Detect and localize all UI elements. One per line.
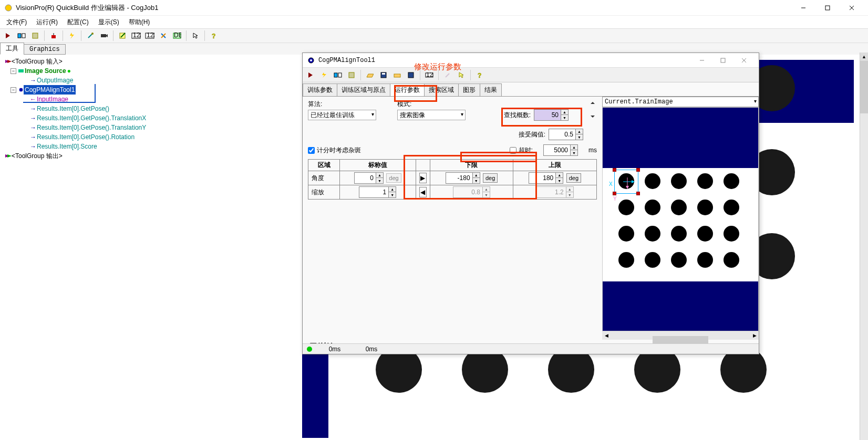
open-icon[interactable]: [364, 69, 376, 81]
deg-unit[interactable]: deg: [386, 173, 401, 183]
tree-cogpmaligntool[interactable]: − CogPMAlignTool1: [2, 85, 300, 95]
mode-label: 模式:: [397, 100, 466, 109]
angle-nominal-input[interactable]: ▲▼: [354, 172, 384, 184]
camera-icon[interactable]: [98, 30, 110, 41]
svg-marker-29: [7, 60, 12, 63]
scale-lower-input[interactable]: ▲▼: [453, 186, 490, 198]
expand-right-icon[interactable]: ▶: [419, 173, 427, 183]
train-region-overlay[interactable]: [614, 170, 638, 194]
run-icon[interactable]: [2, 30, 14, 41]
child-title: CogPMAlignTool1: [318, 57, 691, 64]
counter-icon[interactable]: 123: [423, 69, 435, 81]
child-maximize-button[interactable]: [712, 53, 733, 68]
help-icon[interactable]: ?: [208, 30, 220, 41]
svg-marker-55: [591, 102, 595, 104]
angle-upper-input[interactable]: ▲▼: [529, 172, 563, 184]
tree-results-translationy[interactable]: → Results.Item[0].GetPose().TranslationY: [2, 123, 300, 132]
tab-graphics[interactable]: 图形: [458, 83, 480, 96]
timeout-input[interactable]: ▲▼: [543, 144, 578, 156]
score-clutter-checkbox[interactable]: 计分时考虑杂斑: [308, 146, 361, 155]
flash-icon[interactable]: [66, 30, 78, 41]
tree-image-source[interactable]: − Image Source ●: [2, 66, 300, 76]
menu-help[interactable]: 帮助(H): [125, 17, 154, 28]
toggle-icon[interactable]: [16, 30, 27, 41]
tree-results-translationx[interactable]: → Results.Item[0].GetPose().TranslationX: [2, 113, 300, 123]
save-icon[interactable]: [29, 30, 41, 41]
menu-config[interactable]: 配置(C): [63, 17, 93, 28]
minimize-button[interactable]: [791, 0, 815, 16]
tree-input-image[interactable]: ← InputImage: [2, 95, 300, 104]
mode-select[interactable]: 搜索图像: [397, 110, 466, 120]
counter2-icon[interactable]: 123: [144, 30, 156, 41]
accept-threshold-input[interactable]: ▲▼: [549, 129, 583, 140]
flash-icon[interactable]: [318, 69, 330, 81]
tab-train-params[interactable]: 训练参数: [303, 83, 337, 96]
settings-icon[interactable]: [158, 30, 169, 41]
tab-tools[interactable]: 工具: [0, 43, 24, 55]
child-minimize-button[interactable]: [691, 53, 712, 68]
status-time2: 0ms: [353, 345, 390, 353]
tree-results-score[interactable]: → Results.Item[0].Score: [2, 142, 300, 151]
tab-search-region[interactable]: 搜索区域: [424, 83, 459, 96]
maximize-button[interactable]: [815, 0, 840, 16]
toggle-icon[interactable]: [332, 69, 344, 81]
main-titlebar: VisionPro(R) QuickBuild 作业编辑器 - CogJob1: [0, 0, 868, 16]
main-scrollbar[interactable]: ▲: [860, 53, 868, 440]
find-count-input[interactable]: ▲▼: [534, 109, 569, 121]
scale-nominal-input[interactable]: ▲▼: [359, 186, 396, 198]
paint-icon[interactable]: [85, 30, 96, 41]
menu-file[interactable]: 文件(F): [2, 17, 31, 28]
tab-run-params[interactable]: 运行参数: [390, 83, 425, 96]
menu-run[interactable]: 运行(R): [32, 17, 62, 28]
tab-train-region[interactable]: 训练区域与原点: [337, 83, 390, 96]
pointer2-icon[interactable]: [456, 69, 467, 81]
svg-marker-26: [193, 33, 198, 38]
pointer-icon[interactable]: [190, 30, 201, 41]
menu-display[interactable]: 显示(S): [94, 17, 123, 28]
wand-icon[interactable]: [442, 69, 453, 81]
svg-marker-40: [308, 72, 313, 78]
collapse-left-icon[interactable]: ◀: [419, 187, 427, 197]
save-icon[interactable]: [346, 69, 357, 81]
disk2-icon[interactable]: [405, 69, 417, 81]
folder-icon[interactable]: [391, 69, 403, 81]
train-image-canvas[interactable]: X Y: [602, 107, 759, 331]
scale-upper-input[interactable]: ▲▼: [536, 186, 574, 198]
close-button[interactable]: [840, 0, 864, 16]
tab-results[interactable]: 结果: [480, 83, 502, 96]
deg-unit[interactable]: deg: [483, 173, 498, 183]
db-icon[interactable]: DB6: [171, 30, 183, 41]
horiz-scrollbar[interactable]: ◀ ▶: [602, 331, 759, 340]
tab-graphics[interactable]: Graphics: [24, 44, 66, 55]
svg-line-12: [88, 34, 92, 38]
tool-add-icon[interactable]: [48, 30, 59, 41]
child-close-button[interactable]: [733, 53, 755, 68]
image-source-select[interactable]: Current.TrainImage: [602, 97, 759, 107]
deg-unit[interactable]: deg: [566, 173, 581, 183]
svg-rect-6: [18, 34, 21, 38]
svg-marker-59: [632, 180, 635, 183]
timeout-checkbox[interactable]: 超时:: [510, 146, 533, 155]
edit-icon[interactable]: [117, 30, 128, 41]
angle-lower-input[interactable]: ▲▼: [446, 172, 480, 184]
run-icon[interactable]: [305, 69, 316, 81]
tree-toolgroup-input[interactable]: <ToolGroup 输入>: [2, 57, 300, 66]
disk-icon[interactable]: [378, 69, 389, 81]
tree-results-getpose[interactable]: → Results.Item[0].GetPose(): [2, 104, 300, 113]
expand-icon[interactable]: [590, 100, 596, 121]
algorithm-select[interactable]: 已经过最佳训练: [308, 110, 376, 120]
counter-icon[interactable]: 123: [130, 30, 142, 41]
svg-marker-11: [70, 33, 74, 39]
upper-header: 上限: [513, 160, 597, 171]
tree-results-rotation[interactable]: → Results.Item[0].GetPose().Rotation: [2, 132, 300, 142]
collapse-icon[interactable]: −: [11, 87, 16, 93]
collapse-icon[interactable]: −: [11, 68, 16, 74]
tree-toolgroup-output[interactable]: <ToolGroup 输出>: [2, 151, 300, 161]
svg-rect-30: [18, 69, 24, 72]
svg-marker-56: [591, 116, 595, 118]
help-icon[interactable]: ?: [474, 69, 485, 81]
svg-rect-44: [349, 72, 354, 78]
run-params-form: 算法: 已经过最佳训练 模式: 搜索图像 查找概数: ▲▼: [303, 97, 602, 340]
scroll-up-icon[interactable]: ▲: [860, 53, 868, 61]
tree-output-image[interactable]: → OutputImage: [2, 76, 300, 85]
